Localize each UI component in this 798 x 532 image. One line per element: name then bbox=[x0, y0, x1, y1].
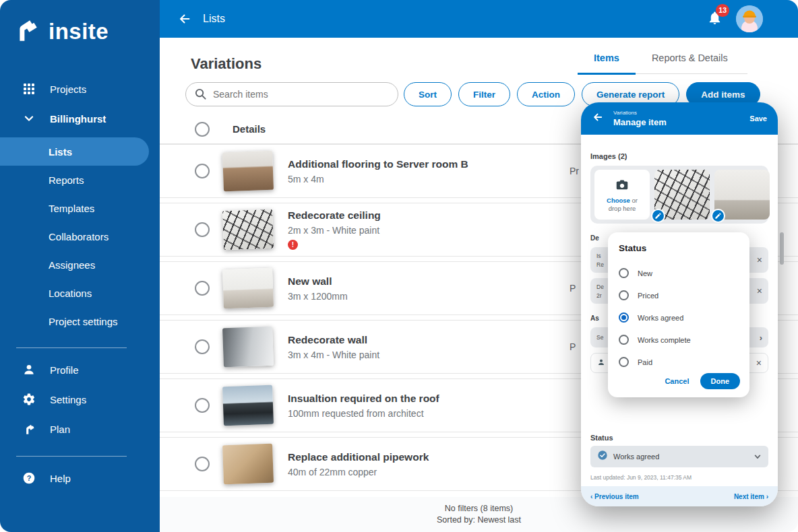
status-section: Status Works agreed Last updated: Jun 9,… bbox=[590, 434, 768, 481]
logo-text: insite bbox=[49, 19, 109, 44]
sidebar-subitem[interactable]: Assignees bbox=[0, 251, 160, 279]
status-option[interactable]: Priced bbox=[619, 284, 739, 306]
row-checkbox[interactable] bbox=[195, 339, 210, 354]
edit-image-button[interactable] bbox=[711, 209, 725, 223]
upload-label: Choose or drop here bbox=[600, 197, 644, 213]
app-window: insite Projects Billinghurst Lists bbox=[0, 0, 798, 532]
sidebar: insite Projects Billinghurst Lists bbox=[0, 0, 160, 532]
status-option[interactable]: New bbox=[619, 262, 739, 284]
radio-icon[interactable] bbox=[619, 312, 629, 323]
grid-icon bbox=[22, 83, 36, 95]
image-tile[interactable] bbox=[654, 170, 710, 220]
search-input[interactable] bbox=[185, 82, 398, 106]
radio-icon[interactable] bbox=[619, 357, 629, 367]
item-thumbnail bbox=[222, 385, 274, 426]
clear-field-icon[interactable]: × bbox=[757, 286, 762, 296]
row-checkbox[interactable] bbox=[195, 281, 210, 296]
action-button[interactable]: Sort bbox=[404, 82, 452, 106]
sort-summary: Sorted by: Newest last bbox=[160, 514, 798, 526]
next-item-button[interactable]: Next item bbox=[734, 493, 768, 500]
back-arrow-icon[interactable] bbox=[592, 111, 604, 126]
field-line: Re bbox=[596, 261, 604, 268]
sidebar-subitem[interactable]: Lists bbox=[0, 137, 149, 166]
item-title: Redecorate wall bbox=[288, 334, 379, 346]
chevron-right-icon[interactable]: › bbox=[760, 333, 762, 343]
item-title: Insualtion required on the roof bbox=[288, 393, 439, 405]
status-option-label: Paid bbox=[638, 358, 652, 366]
sidebar-subitem[interactable]: Project settings bbox=[0, 307, 160, 335]
panel-titles: Variations Manage item bbox=[613, 110, 667, 127]
item-subtitle: 40m of 22mm copper bbox=[288, 467, 429, 477]
radio-icon[interactable] bbox=[619, 290, 629, 300]
item-thumbnail bbox=[222, 151, 274, 192]
insite-logo-icon bbox=[12, 16, 40, 47]
status-option[interactable]: Paid bbox=[619, 351, 739, 373]
sidebar-item-help[interactable]: ? Help bbox=[0, 463, 160, 493]
row-checkbox[interactable] bbox=[195, 457, 210, 471]
item-thumbnail bbox=[222, 209, 274, 251]
row-checkbox[interactable] bbox=[195, 222, 210, 237]
sidebar-item-settings[interactable]: Settings bbox=[0, 385, 160, 414]
item-text: Additional flooring to Server room B 5m … bbox=[288, 158, 468, 185]
person-icon bbox=[22, 363, 36, 376]
help-icon: ? bbox=[22, 471, 36, 485]
sidebar-subitem-label: Assignees bbox=[49, 259, 95, 271]
status-label: Status bbox=[590, 434, 768, 442]
sidebar-subitem[interactable]: Collaborators bbox=[0, 222, 160, 251]
notifications-button[interactable]: 13 bbox=[707, 10, 723, 28]
sidebar-item-project[interactable]: Billinghurst bbox=[0, 104, 160, 133]
select-all-checkbox[interactable] bbox=[195, 122, 210, 137]
status-options: New Priced Works agreed Works co bbox=[619, 262, 739, 373]
field-line: Is bbox=[596, 253, 604, 259]
done-button[interactable]: Done bbox=[700, 373, 741, 389]
status-option[interactable]: Works complete bbox=[619, 329, 739, 351]
sidebar-item-profile[interactable]: Profile bbox=[0, 355, 160, 385]
item-text: Insualtion required on the roof 100mm re… bbox=[288, 393, 439, 419]
status-dropdown[interactable]: Works agreed bbox=[590, 446, 768, 467]
row-checkbox[interactable] bbox=[195, 164, 210, 178]
remove-assignee-icon[interactable]: × bbox=[756, 358, 762, 368]
item-thumbnail bbox=[222, 268, 274, 309]
upload-tile[interactable]: Choose or drop here bbox=[594, 170, 650, 220]
sidebar-item-label: Profile bbox=[50, 364, 79, 376]
sidebar-item-projects[interactable]: Projects bbox=[0, 74, 160, 104]
cancel-button[interactable]: Cancel bbox=[665, 377, 689, 385]
save-button[interactable]: Save bbox=[749, 114, 767, 123]
action-button[interactable]: Filter bbox=[458, 82, 510, 106]
status-option-label: New bbox=[638, 269, 652, 277]
sidebar-item-plan[interactable]: Plan bbox=[0, 414, 160, 444]
item-status-text: P bbox=[570, 283, 576, 294]
sidebar-subitem[interactable]: Locations bbox=[0, 279, 160, 307]
item-thumbnail bbox=[222, 327, 274, 368]
image-tile[interactable] bbox=[714, 170, 770, 220]
sidebar-subitem[interactable]: Reports bbox=[0, 166, 160, 194]
edit-image-button[interactable] bbox=[651, 209, 665, 223]
action-button[interactable]: Action bbox=[517, 82, 575, 106]
check-circle-icon bbox=[597, 450, 608, 463]
sidebar-subitem[interactable]: Templates bbox=[0, 194, 160, 222]
topbar: Lists 13 bbox=[160, 0, 798, 38]
scrollbar-thumb[interactable] bbox=[780, 232, 784, 265]
item-text: Replace additional pipework 40m of 22mm … bbox=[288, 451, 429, 477]
radio-icon[interactable] bbox=[619, 335, 629, 345]
panel-title: Manage item bbox=[613, 117, 667, 127]
status-option[interactable]: Works agreed bbox=[619, 306, 739, 329]
clear-field-icon[interactable]: × bbox=[757, 255, 762, 265]
back-arrow-icon[interactable] bbox=[177, 11, 192, 26]
images-label: Images (2) bbox=[590, 152, 768, 160]
sidebar-item-label: Plan bbox=[50, 424, 70, 435]
sidebar-item-label: Billinghurst bbox=[50, 113, 106, 125]
topbar-right: 13 bbox=[707, 5, 798, 32]
row-checkbox[interactable] bbox=[195, 398, 210, 413]
tab-label: Items bbox=[594, 53, 619, 63]
radio-icon[interactable] bbox=[619, 268, 629, 278]
project-submenu: Lists Reports Templates Collaborators bbox=[0, 137, 160, 335]
tab[interactable]: Reports & Details bbox=[636, 43, 744, 75]
tabs: Items Reports & Details bbox=[578, 43, 747, 74]
tab[interactable]: Items bbox=[578, 43, 636, 75]
previous-item-button[interactable]: Previous item bbox=[590, 493, 639, 500]
avatar[interactable] bbox=[736, 5, 763, 32]
item-text: Redecorate ceiling 2m x 3m - White paint bbox=[288, 209, 381, 250]
panel-breadcrumb: Variations bbox=[613, 110, 667, 116]
sidebar-subitem-label: Reports bbox=[49, 174, 84, 186]
